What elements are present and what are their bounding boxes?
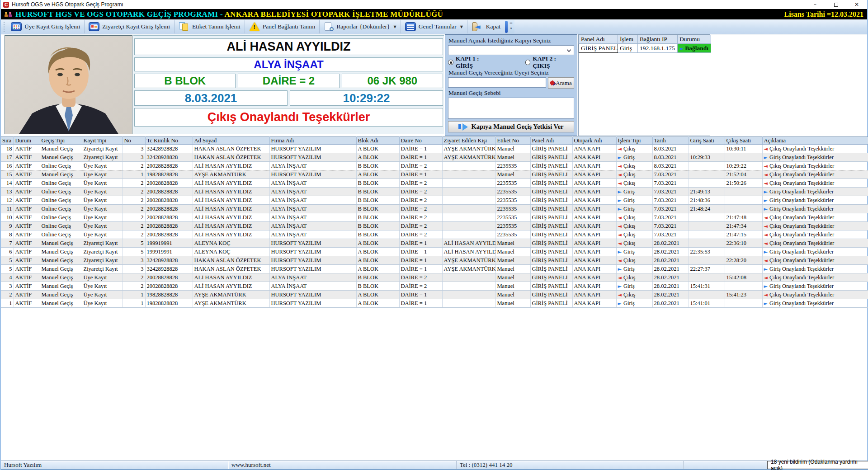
log-column-header[interactable]: Giriş Saati [689, 137, 725, 145]
radio-kapi2-cikis[interactable]: KAPI 2 : ÇIKIŞ [525, 55, 575, 70]
search-button-label: Arama [556, 80, 571, 87]
arrow-left-icon: ◄ [618, 180, 622, 186]
log-column-header[interactable]: Açıklama [762, 137, 868, 145]
table-row[interactable]: 14AKTİFOnline GeçişÜye Kayıt220028828828… [1, 179, 868, 188]
log-column-header[interactable]: Daire No [399, 137, 442, 145]
toolbar-button-kapat[interactable]: ◄ Kapat [467, 20, 505, 33]
cell-cikis-saati [725, 248, 762, 256]
visitor-card-icon [89, 22, 99, 31]
table-row[interactable]: 12AKTİFOnline GeçişÜye Kayıt220028828828… [1, 196, 868, 205]
table-row[interactable]: 4AKTİFManuel GeçişÜye Kayıt220028828828A… [1, 273, 868, 282]
cell-otopark: ANA KAPI [572, 265, 616, 273]
member-plate: 06 JK 980 [342, 74, 443, 88]
cell-giris-saati: 15:41:01 [689, 299, 725, 308]
toolbar-button-ziyaretci-kayit[interactable]: Ziyaretçi Kayıt Giriş İşlemi [85, 20, 175, 33]
log-column-header[interactable]: Durum [14, 137, 40, 145]
table-row[interactable]: 13AKTİFOnline GeçişÜye Kayıt220028828828… [1, 188, 868, 196]
arrow-right-icon: ► [618, 189, 622, 195]
member-company: ALYA İNŞAAT [134, 57, 443, 71]
cell-daire: DAİRE = 1 [399, 170, 442, 179]
table-row[interactable]: 11AKTİFOnline GeçişÜye Kayıt220028828828… [1, 205, 868, 213]
door-select-combobox[interactable] [448, 45, 574, 55]
log-column-header[interactable]: Blok Adı [356, 137, 399, 145]
column-header[interactable]: Durumu [678, 35, 711, 44]
table-row[interactable]: 2AKTİFManuel GeçişÜye Kayıt119828828828A… [1, 291, 868, 299]
minimize-button[interactable]: – [805, 0, 826, 9]
reason-textarea[interactable] [448, 98, 574, 119]
log-column-header[interactable]: Otopark Adı [572, 137, 616, 145]
cell-panel: GİRİŞ PANELİ [530, 145, 572, 153]
cell-tarih: 7.03.2021 [652, 213, 689, 222]
toolbar-button-panel-baglanti[interactable]: ! Panel Bağlantı Tanım [245, 20, 320, 33]
member-search-input[interactable] [448, 77, 546, 88]
statusbar-company: Hursoft Yazılım [1, 461, 228, 469]
toolbar-grip[interactable] [3, 21, 5, 32]
cell-tarih: 8.03.2021 [652, 153, 689, 162]
toolbar-button-etiket-tanim[interactable]: Etiket Tanım İşlemi [175, 20, 245, 33]
log-column-header[interactable]: Tc Kimlik No [145, 137, 193, 145]
cell-tarih: 7.03.2021 [652, 222, 689, 230]
toolbar-button-raporlar[interactable]: Raporlar {Dökümler} ▼ [320, 20, 401, 33]
log-column-header[interactable]: Panel Adı [530, 137, 572, 145]
table-row[interactable]: 18AKTİFManuel GeçişZiyaretçi Kayıt332428… [1, 145, 868, 153]
cell-ziyaret [442, 179, 495, 188]
cell-gecis-tipi: Manuel Geçiş [40, 291, 82, 299]
table-row[interactable]: 15AKTİFManuel GeçişÜye Kayıt119828828828… [1, 170, 868, 179]
column-header[interactable]: İşlem [618, 35, 638, 44]
cell-otopark: ANA KAPI [572, 282, 616, 291]
table-row[interactable]: 3AKTİFManuel GeçişÜye Kayıt220028828828A… [1, 282, 868, 291]
log-column-header[interactable]: Kayıt Tipi [82, 137, 123, 145]
cell-kayit-tipi: Üye Kayıt [82, 188, 123, 196]
notification-toast[interactable]: 18 yeni bildirim (Odaklanma yardımı açık… [767, 461, 868, 469]
cell-firma: ALYA İNŞAAT [269, 205, 356, 213]
cell-panel: GİRİŞ PANELİ [530, 282, 572, 291]
table-row[interactable]: 7AKTİFManuel GeçişZiyaretçi Kayıt5199919… [1, 239, 868, 248]
toolbar-overflow-button[interactable]: ▔▾ [508, 20, 514, 33]
panel-status-row[interactable]: GİRİŞ PANELİ Giriş 192.168.1.175 ►Bağlan… [579, 44, 711, 53]
arrow-left-icon: ◄ [618, 146, 622, 152]
log-column-header[interactable]: Sıra [1, 137, 14, 145]
table-row[interactable]: 8AKTİFOnline GeçişÜye Kayıt220028828828A… [1, 230, 868, 239]
cell-cikis-saati: 21:47:15 [725, 230, 762, 239]
cell-etiket: Manuel [495, 273, 530, 282]
log-column-header[interactable]: Çıkış Saati [725, 137, 762, 145]
grant-manual-pass-button[interactable]: Kapıya Manuel Geçiş Yetkisi Ver [448, 121, 574, 132]
cell-panel: GİRİŞ PANELİ [530, 299, 572, 308]
cell-sira: 2 [1, 291, 14, 299]
table-row[interactable]: 1AKTİFManuel GeçişÜye Kayıt119828828828A… [1, 299, 868, 308]
cell-gecis-tipi: Manuel Geçiş [40, 239, 82, 248]
cell-firma: HURSOFT YAZILIM [269, 153, 356, 162]
maximize-button[interactable] [826, 0, 846, 9]
search-button[interactable]: Arama [548, 77, 574, 89]
log-column-header[interactable]: Etiket No [495, 137, 530, 145]
table-row[interactable]: 5AKTİFManuel GeçişZiyaretçi Kayıt3324289… [1, 256, 868, 265]
cell-tarih: 28.02.2021 [652, 273, 689, 282]
table-row[interactable]: 6AKTİFManuel GeçişZiyaretçi Kayıt5199919… [1, 248, 868, 256]
table-row[interactable]: 16AKTİFOnline GeçişÜye Kayıt220028828828… [1, 162, 868, 170]
exit-door-icon: ◄ [472, 22, 483, 31]
cell-kayit-tipi: Üye Kayıt [82, 179, 123, 188]
cell-etiket: Manuel [495, 248, 530, 256]
pass-log-table: SıraDurumGeçiş TipiKayıt TipiNoTc Kimlik… [1, 136, 868, 308]
radio-kapi1-giris[interactable]: KAPI 1 : GİRİŞ [448, 55, 497, 70]
table-row[interactable]: 10AKTİFOnline GeçişÜye Kayıt220028828828… [1, 213, 868, 222]
column-header[interactable]: Bağlantı IP [638, 35, 678, 44]
cell-otopark: ANA KAPI [572, 205, 616, 213]
log-column-header[interactable]: Tarih [652, 137, 689, 145]
close-button[interactable]: ✕ [846, 0, 867, 9]
log-column-header[interactable]: Geçiş Tipi [40, 137, 82, 145]
table-row[interactable]: 5AKTİFManuel GeçişZiyaretçi Kayıt3324289… [1, 265, 868, 273]
log-column-header[interactable]: İşlem Tipi [616, 137, 652, 145]
table-row[interactable]: 17AKTİFManuel GeçişZiyaretçi Kayıt332428… [1, 153, 868, 162]
cell-ad-soyad: HAKAN ASLAN ÖZPETEK [193, 145, 269, 153]
cell-ad-soyad: AYŞE AKMANTÜRK [193, 299, 269, 308]
log-column-header[interactable]: No [123, 137, 145, 145]
log-column-header[interactable]: Ziyaret Edilen Kişi [442, 137, 495, 145]
table-row[interactable]: 9AKTİFOnline GeçişÜye Kayıt220028828828A… [1, 222, 868, 230]
column-header[interactable]: Panel Adı [579, 35, 618, 44]
toolbar-button-uye-kayit[interactable]: Üye Kayıt Giriş İşlemi [7, 20, 85, 33]
toolbar-button-genel-tanimlar[interactable]: Genel Tanımlar ▼ [401, 20, 467, 33]
log-column-header[interactable]: Ad Soyad [193, 137, 269, 145]
log-column-header[interactable]: Firma Adı [269, 137, 356, 145]
cell-tc: 199919991 [145, 248, 193, 256]
